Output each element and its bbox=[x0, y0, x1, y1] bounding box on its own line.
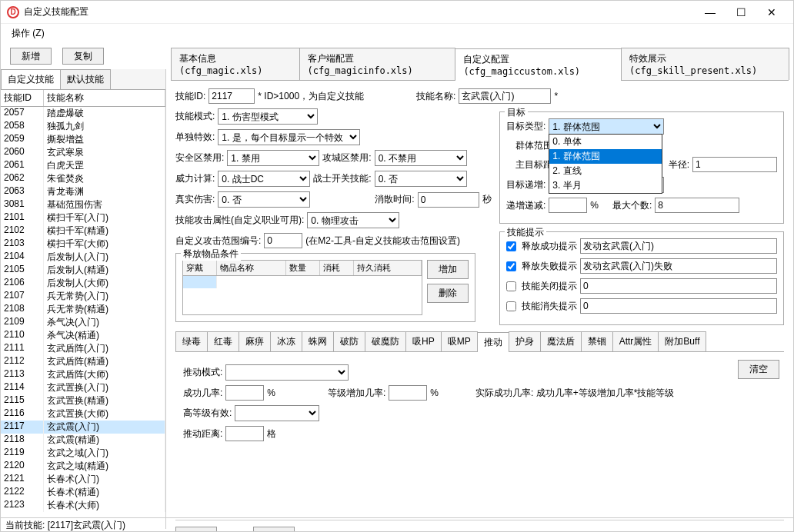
tab-fx[interactable]: 特效展示 (cfg_skill_present.xls) bbox=[621, 48, 789, 80]
list-item[interactable]: 2107兵无常势(入门) bbox=[1, 290, 165, 303]
new-button[interactable]: 新增 bbox=[10, 48, 52, 65]
push-mode-select[interactable] bbox=[225, 364, 349, 381]
list-item[interactable]: 2118玄武震(精通) bbox=[1, 434, 165, 447]
list-item[interactable]: 2122长春术(精通) bbox=[1, 486, 165, 499]
dropdown-option[interactable]: 1. 群体范围 bbox=[549, 149, 662, 164]
skill-id-input[interactable] bbox=[209, 88, 255, 104]
list-item[interactable]: 2102横扫千军(精通) bbox=[1, 224, 165, 238]
atkattr-select[interactable]: 0. 物理攻击 bbox=[307, 212, 399, 228]
push-dist-input[interactable] bbox=[225, 426, 264, 441]
list-item[interactable]: 2121长春术(入门) bbox=[1, 473, 165, 486]
subtab[interactable]: 护身 bbox=[509, 331, 541, 351]
list-item[interactable]: 2123长春术(大师) bbox=[1, 499, 165, 512]
dissipate-input[interactable] bbox=[418, 192, 479, 208]
list-item[interactable]: 2104后发制人(入门) bbox=[1, 251, 165, 264]
list-item[interactable]: 2108兵无常势(精通) bbox=[1, 303, 165, 316]
high-lvl-select[interactable] bbox=[235, 405, 319, 421]
wsw-select[interactable]: 0. 否 bbox=[375, 171, 467, 187]
skill-list[interactable]: 2057踏虚爆破2058独孤九剑2059撕裂增益2060玄武寒泉2061白虎天罡… bbox=[1, 107, 165, 529]
dropdown-option[interactable]: 0. 单体 bbox=[549, 135, 662, 149]
list-item[interactable]: 2106后发制人(大师) bbox=[1, 277, 165, 290]
list-item[interactable]: 2061白虎天罡 bbox=[1, 159, 165, 172]
copy-button[interactable]: 复制 bbox=[62, 48, 104, 65]
target-type-dropdown[interactable]: 0. 单体1. 群体范围2. 直线3. 半月 bbox=[549, 134, 662, 194]
vanish-input[interactable] bbox=[580, 298, 777, 314]
succ-checkbox[interactable] bbox=[506, 241, 516, 251]
close-checkbox[interactable] bbox=[506, 281, 516, 291]
subtab[interactable]: 推动 bbox=[477, 332, 509, 352]
power-select[interactable]: 0. 战士DC bbox=[218, 171, 310, 187]
push-panel: 清空 推动模式: 成功几率: % 等级增加几率: % 实际成功几率: 成功几率+… bbox=[175, 352, 784, 458]
skill-name-input[interactable] bbox=[459, 88, 551, 104]
list-item[interactable]: 2062朱雀焚炎 bbox=[1, 172, 165, 185]
succ-input[interactable] bbox=[580, 238, 777, 254]
real-select[interactable]: 0. 否 bbox=[218, 191, 310, 208]
maximize-button[interactable]: ☐ bbox=[726, 2, 756, 23]
tab-default-skills[interactable]: 默认技能 bbox=[60, 69, 111, 89]
minimize-button[interactable]: — bbox=[695, 2, 726, 23]
rangeid-input[interactable] bbox=[264, 233, 302, 248]
safe-select[interactable]: 1. 禁用 bbox=[227, 150, 319, 166]
clear-button[interactable]: 清空 bbox=[738, 360, 779, 379]
list-item[interactable]: 2059撕裂增益 bbox=[1, 133, 165, 146]
dropdown-option[interactable]: 3. 半月 bbox=[549, 178, 662, 193]
subtab[interactable]: 附加Buff bbox=[658, 331, 706, 351]
subtab[interactable]: 禁锢 bbox=[581, 331, 613, 351]
list-item[interactable]: 2057踏虚爆破 bbox=[1, 107, 165, 120]
subtab[interactable]: 魔法盾 bbox=[540, 331, 582, 351]
max-input[interactable] bbox=[655, 198, 739, 213]
list-item[interactable]: 2112玄武盾阵(精通) bbox=[1, 355, 165, 368]
subtab[interactable]: 冰冻 bbox=[270, 331, 302, 351]
close-input[interactable] bbox=[580, 278, 777, 294]
list-item[interactable]: 2119玄武之域(入门) bbox=[1, 447, 165, 460]
tab-basic[interactable]: 基本信息 (cfg_magic.xls) bbox=[171, 48, 300, 80]
subtab[interactable]: 麻痹 bbox=[239, 331, 271, 351]
subtab[interactable]: 吸HP bbox=[405, 331, 442, 351]
power-label: 威力计算: bbox=[175, 172, 215, 185]
atk-select[interactable]: 0. 不禁用 bbox=[375, 150, 467, 166]
list-item[interactable]: 2109杀气决(入门) bbox=[1, 316, 165, 329]
list-item[interactable]: 2105后发制人(精通) bbox=[1, 264, 165, 277]
close-button[interactable]: ✕ bbox=[756, 2, 787, 23]
subtab[interactable]: 红毒 bbox=[207, 331, 239, 351]
subtab[interactable]: 绿毒 bbox=[175, 331, 208, 351]
lvl-rate-input[interactable] bbox=[389, 385, 427, 401]
list-item[interactable]: 2101横扫千军(入门) bbox=[1, 211, 165, 224]
list-item[interactable]: 3081基础范围伤害 bbox=[1, 198, 165, 211]
list-item[interactable]: 2117玄武震(入门) bbox=[1, 421, 165, 434]
list-item[interactable]: 2060玄武寒泉 bbox=[1, 146, 165, 159]
subtab[interactable]: 破魔防 bbox=[365, 331, 406, 351]
list-item[interactable]: 2113玄武盾阵(大师) bbox=[1, 368, 165, 381]
subtab[interactable]: 吸MP bbox=[441, 331, 478, 351]
succ-rate-input[interactable] bbox=[225, 385, 264, 401]
table-cell-selected[interactable] bbox=[183, 276, 217, 288]
list-item[interactable]: 2111玄武盾阵(入门) bbox=[1, 342, 165, 355]
subtab[interactable]: Attr属性 bbox=[612, 331, 659, 351]
tab-client[interactable]: 客户端配置 (cfg_magicinfo.xls) bbox=[299, 48, 456, 80]
radius-input[interactable] bbox=[692, 157, 777, 172]
list-item[interactable]: 2058独孤九剑 bbox=[1, 120, 165, 133]
dropdown-option[interactable]: 2. 直线 bbox=[549, 164, 662, 178]
add-item-button[interactable]: 增加 bbox=[427, 260, 469, 279]
dissipate-label: 消散时间: bbox=[375, 193, 414, 206]
list-item[interactable]: 2115玄武置换(精通) bbox=[1, 394, 165, 407]
incdec-input[interactable] bbox=[549, 198, 587, 213]
list-item[interactable]: 2114玄武置换(入门) bbox=[1, 381, 165, 394]
subtab[interactable]: 蛛网 bbox=[302, 331, 334, 351]
list-item[interactable]: 2103横扫千军(大师) bbox=[1, 238, 165, 251]
tab-custom-skills[interactable]: 自定义技能 bbox=[1, 69, 61, 89]
fail-checkbox[interactable] bbox=[506, 261, 516, 271]
subtab[interactable]: 破防 bbox=[333, 331, 365, 351]
solofx-select[interactable]: 1. 是，每个目标显示一个特效 bbox=[218, 129, 360, 145]
mode-select[interactable]: 1. 伤害型模式 bbox=[218, 108, 318, 125]
fail-input[interactable] bbox=[580, 258, 777, 274]
del-item-button[interactable]: 删除 bbox=[427, 284, 469, 303]
list-item[interactable]: 2120玄武之域(精通) bbox=[1, 460, 165, 473]
tab-custom[interactable]: 自定义配置 (cfg_magiccustom.xls) bbox=[455, 48, 622, 81]
vanish-checkbox[interactable] bbox=[506, 301, 516, 311]
menu-ops[interactable]: 操作 (Z) bbox=[12, 28, 45, 38]
list-item[interactable]: 2116玄武置换(大师) bbox=[1, 407, 165, 421]
target-type-select[interactable]: 1. 群体范围 bbox=[549, 118, 664, 135]
list-item[interactable]: 2063青龙毒渊 bbox=[1, 185, 165, 198]
list-item[interactable]: 2110杀气决(精通) bbox=[1, 329, 165, 342]
